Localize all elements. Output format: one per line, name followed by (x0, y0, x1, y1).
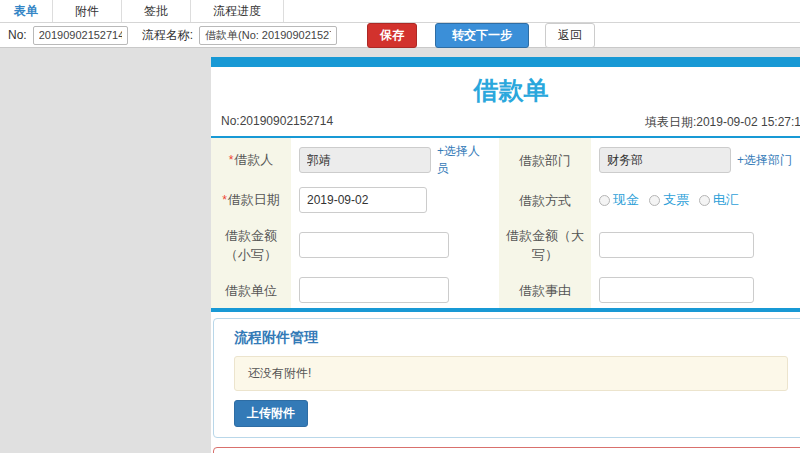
loan-date-input[interactable] (299, 187, 427, 213)
loan-unit-field (291, 272, 499, 308)
loan-unit-input[interactable] (299, 277, 449, 303)
upload-attachment-button[interactable]: 上传附件 (234, 400, 308, 427)
tab-bar: 表单 附件 签批 流程进度 (0, 0, 800, 23)
no-attachment-alert: 还没有附件! (234, 356, 788, 391)
department-field: +选择部门 (591, 138, 800, 182)
borrower-field: +选择人员 (291, 138, 499, 182)
loan-method-field: 现金 支票 电汇 (591, 182, 800, 218)
flow-name-input[interactable] (199, 26, 337, 45)
amount-upper-label: 借款金额（大写） (499, 218, 591, 272)
no-input[interactable] (33, 26, 128, 45)
department-input[interactable] (599, 147, 731, 173)
select-person-link[interactable]: +选择人员 (437, 143, 491, 177)
tab-approval-label: 签批 (144, 3, 168, 20)
tab-progress[interactable]: 流程进度 (191, 0, 284, 22)
back-button[interactable]: 返回 (545, 23, 595, 48)
tab-attachment-label: 附件 (75, 3, 99, 20)
loan-form-grid: *借款人 +选择人员 借款部门 +选择部门 *借款日期 借款方式 现金 (211, 138, 800, 308)
next-step-button[interactable]: 转交下一步 (435, 23, 529, 48)
radio-icon (599, 195, 610, 206)
required-asterisk: * (229, 153, 234, 167)
loan-reason-label: 借款事由 (499, 272, 591, 308)
loan-date-label: *借款日期 (211, 182, 291, 218)
radio-wire[interactable]: 电汇 (699, 191, 739, 209)
amount-lower-field (291, 218, 499, 272)
action-bar: No: 流程名称: 保存 转交下一步 返回 (0, 23, 800, 48)
tab-progress-label: 流程进度 (213, 3, 261, 20)
borrower-label: *借款人 (211, 138, 291, 182)
approval-panel: 流程签批意见 B I abc ⌦ ∞ ∞ ⚑ ≣ ☰ ⇤ ⇥ (213, 447, 800, 453)
save-button[interactable]: 保存 (367, 23, 417, 48)
loan-reason-field (591, 272, 800, 308)
fill-date: 填表日期:2019-09-02 15:27:1 (645, 114, 800, 131)
doc-number: No:20190902152714 (221, 114, 333, 131)
tab-approval[interactable]: 签批 (122, 0, 191, 22)
form-meta-row: No:20190902152714 填表日期:2019-09-02 15:27:… (211, 112, 800, 136)
amount-upper-field (591, 218, 800, 272)
required-asterisk: * (222, 193, 227, 207)
amount-upper-input[interactable] (599, 232, 754, 258)
borrower-input[interactable] (299, 147, 431, 173)
panel-bottom-bar (211, 308, 800, 312)
tab-form-label: 表单 (14, 3, 38, 20)
loan-date-field (291, 182, 499, 218)
radio-cheque[interactable]: 支票 (649, 191, 689, 209)
loan-method-label: 借款方式 (499, 182, 591, 218)
attachment-panel-title: 流程附件管理 (234, 329, 788, 347)
form-title: 借款单 (211, 74, 800, 107)
department-label: 借款部门 (499, 138, 591, 182)
loan-method-radio-group: 现金 支票 电汇 (599, 191, 739, 209)
tab-form[interactable]: 表单 (0, 0, 53, 22)
radio-cash[interactable]: 现金 (599, 191, 639, 209)
amount-lower-input[interactable] (299, 232, 449, 258)
panel-top-bar (211, 57, 800, 67)
flow-name-label: 流程名称: (142, 27, 193, 44)
loan-unit-label: 借款单位 (211, 272, 291, 308)
attachment-panel: 流程附件管理 还没有附件! 上传附件 (213, 318, 800, 438)
radio-icon (699, 195, 710, 206)
tab-attachment[interactable]: 附件 (53, 0, 122, 22)
no-label: No: (8, 28, 27, 42)
radio-icon (649, 195, 660, 206)
loan-form-panel: 借款单 No:20190902152714 填表日期:2019-09-02 15… (211, 57, 800, 453)
page-background: 借款单 No:20190902152714 填表日期:2019-09-02 15… (0, 49, 800, 453)
loan-reason-input[interactable] (599, 277, 754, 303)
select-department-link[interactable]: +选择部门 (737, 152, 792, 169)
amount-lower-label: 借款金额（小写） (211, 218, 291, 272)
